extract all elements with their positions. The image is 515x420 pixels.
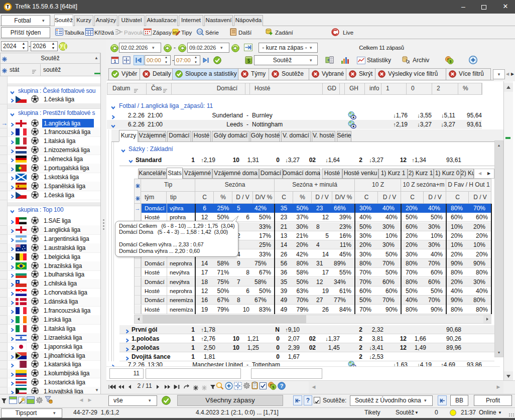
svg-text:1: 1 [113, 59, 116, 64]
svg-text:$: $ [449, 59, 452, 64]
svg-text:$: $ [272, 385, 275, 389]
svg-text:100: 100 [197, 30, 203, 34]
svg-text:?: ? [280, 383, 284, 389]
svg-text:$: $ [247, 58, 250, 64]
